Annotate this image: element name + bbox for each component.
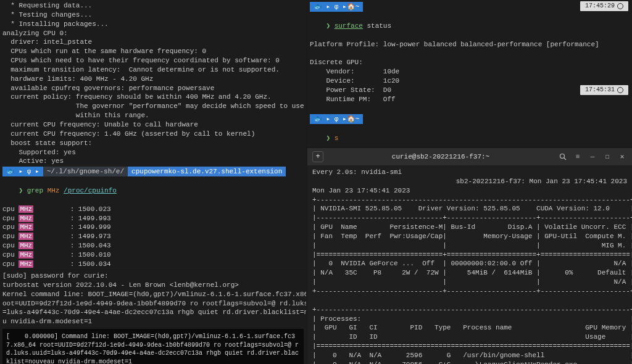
smi-row: | Processes: | [312,315,627,324]
terminal-pane-cpupower[interactable]: * Requesting data... * Testing changes..… [0,0,306,270]
maximize-button[interactable]: ☐ [602,152,612,162]
smi-row: | 0 N/A N/A 2596 G /usr/bin/gnome-shell … [312,351,627,360]
smi-row: +-------------------------------+-------… [312,287,627,296]
gpu-info-row: Vendor: 10de [310,67,630,77]
cpu-mhz-row: cpu MHz : 1500.023 [2,205,304,214]
smi-row: +---------------------------------------… [312,196,627,205]
prompt-line-1: 🐟 ▸ φ ▸ ~/.l/sh/gnome-sh/e/ cpupowermko-… [2,167,304,176]
menu-icon[interactable]: ≡ [573,152,583,162]
output-line: CPUs which run at the same hardware freq… [2,47,304,56]
output-line: * Testing changes... [2,10,304,20]
smi-row: | GPU Name Persistence-M| Bus-Id Disp.A … [312,223,627,232]
smi-row: | Fan Temp Perf Pwr:Usage/Cap| Memory-Us… [312,232,627,241]
cpu-mhz-row: cpu MHz : 1499.993 [2,214,304,223]
minimize-button[interactable]: — [588,152,597,162]
cmd-grep: grep [27,187,43,194]
output-line: =luks-a49f443c-70d9-49e4-a4ae-dc2ecc07c1… [2,308,304,317]
output-line: * Installing packages... [2,20,304,29]
smi-row: | ID ID Usage | [312,333,627,342]
grep-command-line[interactable]: ❯ grep MHz /proc/cpuinfo [2,177,304,205]
command-input-line[interactable]: ❯ s [310,125,630,147]
timestamp-badge-1: 17:45:29 [580,1,628,11]
smi-row: | 0 N/A N/A 70856 C+G ...\LeagueClientUx… [312,360,627,364]
smi-row: +---------------------------------------… [312,305,627,315]
cpu-mhz-row: cpu MHz : 1500.034 [2,260,304,269]
output-line: CPUs which need to have their frequency … [2,56,304,65]
cpu-mhz-row: cpu MHz : 1500.043 [2,241,304,250]
terminal-pane-turbostat[interactable]: [sudo] password for curie:turbostat vers… [0,270,306,364]
dmesg-line: [ 0.000000] Command line: BOOT_IMAGE=(hd… [6,333,300,364]
output-line: Active: yes [2,157,304,166]
gpu-info-row: Device: 1c20 [310,77,630,86]
smi-row: | N/A 35C P8 2W / 72W | 54MiB / 6144MiB … [312,268,627,278]
prompt-icons: 🐟 ▸ φ ▸ [2,167,43,176]
smi-row: |===============================+=======… [312,250,627,260]
timestamp-badge-2: 17:45:31 [580,85,628,95]
terminal-pane-surface[interactable]: 17:45:29 🐟 ▸ φ ▸ 🏠 ~ ❯ surface status Pl… [307,0,632,147]
smi-row: | NVIDIA-SMI 525.85.05 Driver Version: 5… [312,204,627,213]
svg-point-0 [560,154,565,159]
output-line: hardware limits: 400 MHz - 4.20 GHz [2,75,304,84]
output-line: Supported: yes [2,148,304,157]
window-titlebar[interactable]: + curie@sb2-20221216-f37:~ ≡ — ☐ ✕ [307,148,632,165]
output-line: * Requesting data... [2,1,304,10]
output-line: driver: intel_pstate [2,38,304,47]
smi-row: | | | MIG M. | [312,241,627,250]
prompt-icons-r2: 🐟 ▸ φ ▸ 🏠 ~ [310,114,363,124]
cpupower-output: * Requesting data... * Testing changes..… [2,1,304,166]
nvidia-smi-body: Every 2.0s: nvidia-smi sb2-20221216-f37:… [307,165,632,364]
terminal-window-nvidiasmi[interactable]: + curie@sb2-20221216-f37:~ ≡ — ☐ ✕ Every… [307,148,632,364]
output-line: current CPU frequency: 1.40 GHz (asserte… [2,130,304,139]
cpu-mhz-row: cpu MHz : 1499.973 [2,232,304,241]
output-line: oot=UUID=9d27f12d-1e9d-4949-9dea-1b0bf48… [2,299,304,308]
prompt-path-highlight: cpupowermko-sl.de.v27.shell-extension [128,167,286,176]
platform-profile-line: Platform Profile: low-power balanced bal… [310,40,630,49]
smi-row: |-------------------------------+-------… [312,213,627,223]
discrete-gpu-header: Discrete GPU: [310,58,630,67]
output-line: current CPU frequency: Unable to call ha… [2,120,304,130]
search-icon[interactable] [558,152,568,162]
turbostat-output: [sudo] password for curie:turbostat vers… [2,271,304,326]
cpu-mhz-row: cpu MHz : 1500.010 [2,250,304,260]
prompt-icons-r1: 🐟 ▸ φ ▸ 🏠 ~ [310,2,363,12]
output-line: boost state support: [2,139,304,148]
smi-row [312,296,627,305]
new-tab-button[interactable]: + [312,151,323,162]
output-line: u nvidia-drm.modeset=1 [2,317,304,326]
output-line: turbostat version 2022.10.04 - Len Brown… [2,281,304,290]
output-line: current policy: frequency should be with… [2,93,304,102]
smi-row: | | | N/A | [312,278,627,287]
window-title: curie@sb2-20221216-f37:~ [328,152,553,162]
smi-row: | GPU GI CI PID Type Process name GPU Me… [312,323,627,333]
output-line: Kernel command line: BOOT_IMAGE=(hd0,gpt… [2,290,304,299]
grep-output: cpu MHz : 1500.023cpu MHz : 1499.993cpu … [2,205,304,270]
output-line: [sudo] password for curie: [2,271,304,281]
nvidia-smi-table: +---------------------------------------… [312,196,627,364]
svg-line-1 [564,158,566,160]
date-line: Mon Jan 23 17:45:41 2023 [312,186,627,196]
dmesg-box: [ 0.000000] Command line: BOOT_IMAGE=(hd… [2,329,304,364]
output-line: available cpufreq governors: performance… [2,84,304,93]
prompt-line-surface-2: 🐟 ▸ φ ▸ 🏠 ~ [310,114,630,124]
cmd-surface: surface [335,22,363,30]
watch-header: Every 2.0s: nvidia-smi sb2-20221216-f37:… [312,168,627,177]
output-line: analyzing CPU 0: [2,29,304,38]
output-line: maximum transition latency: Cannot deter… [2,65,304,75]
clock-icon [617,3,623,9]
cpu-mhz-row: cpu MHz : 1499.940 [2,269,304,270]
output-line: The governor "performance" may decide wh… [2,102,304,111]
gpu-info-row: Runtime PM: Off [310,95,630,104]
output-line: within this range. [2,111,304,120]
cpu-mhz-row: cpu MHz : 1499.999 [2,223,304,232]
smi-row: |=======================================… [312,342,627,351]
clock-icon [617,87,623,93]
surface-command-line[interactable]: ❯ surface status [310,12,630,40]
prompt-path: ~/.l/sh/gnome-sh/e/ [43,167,128,176]
close-button[interactable]: ✕ [617,152,627,162]
smi-row: | 0 NVIDIA GeForce ... Off | 00000000:02… [312,259,627,268]
